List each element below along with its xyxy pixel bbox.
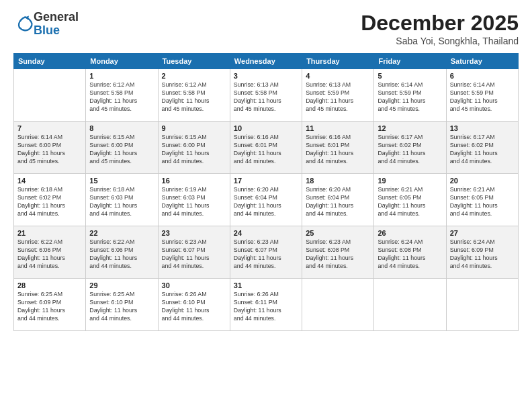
day-cell: [14, 69, 86, 122]
day-info: Sunrise: 6:19 AM Sunset: 6:03 PM Dayligh…: [162, 186, 226, 218]
day-info: Sunrise: 6:15 AM Sunset: 6:00 PM Dayligh…: [89, 134, 154, 166]
day-number: 24: [234, 229, 298, 237]
day-number: 19: [378, 177, 442, 185]
day-info: Sunrise: 6:16 AM Sunset: 6:01 PM Dayligh…: [306, 134, 370, 166]
day-info: Sunrise: 6:18 AM Sunset: 6:02 PM Dayligh…: [17, 186, 82, 218]
day-number: 6: [450, 72, 515, 80]
calendar-table: SundayMondayTuesdayWednesdayThursdayFrid…: [13, 53, 519, 331]
day-number: 29: [89, 281, 154, 289]
day-info: Sunrise: 6:14 AM Sunset: 6:00 PM Dayligh…: [17, 134, 82, 166]
day-number: 2: [162, 72, 226, 80]
day-number: 10: [234, 124, 298, 132]
calendar-body: 1Sunrise: 6:12 AM Sunset: 5:58 PM Daylig…: [14, 69, 519, 331]
day-number: 25: [306, 229, 370, 237]
day-number: 8: [89, 124, 154, 132]
day-number: 26: [378, 229, 442, 237]
day-info: Sunrise: 6:13 AM Sunset: 5:59 PM Dayligh…: [306, 81, 370, 113]
day-number: 5: [378, 72, 442, 80]
day-info: Sunrise: 6:12 AM Sunset: 5:58 PM Dayligh…: [89, 81, 154, 113]
day-cell: [446, 279, 518, 331]
day-cell: 28Sunrise: 6:25 AM Sunset: 6:09 PM Dayli…: [14, 279, 86, 331]
day-info: Sunrise: 6:17 AM Sunset: 6:02 PM Dayligh…: [450, 134, 515, 166]
day-info: Sunrise: 6:21 AM Sunset: 6:05 PM Dayligh…: [450, 186, 515, 218]
day-info: Sunrise: 6:14 AM Sunset: 5:59 PM Dayligh…: [378, 81, 442, 113]
day-cell: 3Sunrise: 6:13 AM Sunset: 5:58 PM Daylig…: [230, 69, 302, 122]
day-info: Sunrise: 6:25 AM Sunset: 6:09 PM Dayligh…: [17, 291, 82, 323]
day-number: 12: [378, 124, 442, 132]
week-row-2: 14Sunrise: 6:18 AM Sunset: 6:02 PM Dayli…: [14, 174, 519, 226]
page: General Blue December 2025 Saba Yoi, Son…: [0, 0, 532, 411]
day-cell: 7Sunrise: 6:14 AM Sunset: 6:00 PM Daylig…: [14, 122, 86, 174]
day-info: Sunrise: 6:22 AM Sunset: 6:06 PM Dayligh…: [17, 238, 82, 271]
day-number: 27: [450, 229, 515, 237]
day-number: 7: [17, 124, 82, 132]
day-info: Sunrise: 6:14 AM Sunset: 5:59 PM Dayligh…: [450, 81, 515, 113]
day-info: Sunrise: 6:17 AM Sunset: 6:02 PM Dayligh…: [378, 134, 442, 166]
header-cell-saturday: Saturday: [446, 54, 518, 69]
day-cell: 27Sunrise: 6:24 AM Sunset: 6:09 PM Dayli…: [446, 226, 518, 279]
day-cell: 12Sunrise: 6:17 AM Sunset: 6:02 PM Dayli…: [374, 122, 446, 174]
day-number: 9: [162, 124, 226, 132]
month-title: December 2025: [361, 11, 519, 36]
day-number: 28: [17, 281, 82, 289]
day-number: 1: [89, 72, 154, 80]
day-number: 17: [234, 177, 298, 185]
day-cell: 10Sunrise: 6:16 AM Sunset: 6:01 PM Dayli…: [230, 122, 302, 174]
header-cell-thursday: Thursday: [302, 54, 374, 69]
day-cell: 29Sunrise: 6:25 AM Sunset: 6:10 PM Dayli…: [86, 279, 158, 331]
day-cell: 4Sunrise: 6:13 AM Sunset: 5:59 PM Daylig…: [302, 69, 374, 122]
day-number: 15: [89, 177, 154, 185]
day-cell: [302, 279, 374, 331]
day-number: 13: [450, 124, 515, 132]
header-cell-monday: Monday: [86, 54, 158, 69]
day-number: 20: [450, 177, 515, 185]
week-row-1: 7Sunrise: 6:14 AM Sunset: 6:00 PM Daylig…: [14, 122, 519, 174]
header-cell-wednesday: Wednesday: [230, 54, 302, 69]
day-cell: 17Sunrise: 6:20 AM Sunset: 6:04 PM Dayli…: [230, 174, 302, 226]
day-cell: 9Sunrise: 6:15 AM Sunset: 6:00 PM Daylig…: [158, 122, 230, 174]
header-cell-tuesday: Tuesday: [158, 54, 230, 69]
day-info: Sunrise: 6:25 AM Sunset: 6:10 PM Dayligh…: [89, 291, 154, 323]
day-info: Sunrise: 6:23 AM Sunset: 6:07 PM Dayligh…: [234, 238, 298, 271]
day-info: Sunrise: 6:24 AM Sunset: 6:09 PM Dayligh…: [450, 238, 515, 271]
day-cell: 1Sunrise: 6:12 AM Sunset: 5:58 PM Daylig…: [86, 69, 158, 122]
day-cell: 31Sunrise: 6:26 AM Sunset: 6:11 PM Dayli…: [230, 279, 302, 331]
day-cell: 21Sunrise: 6:22 AM Sunset: 6:06 PM Dayli…: [14, 226, 86, 279]
day-cell: 30Sunrise: 6:26 AM Sunset: 6:10 PM Dayli…: [158, 279, 230, 331]
day-cell: 22Sunrise: 6:22 AM Sunset: 6:06 PM Dayli…: [86, 226, 158, 279]
day-cell: 14Sunrise: 6:18 AM Sunset: 6:02 PM Dayli…: [14, 174, 86, 226]
logo-blue-text: Blue: [34, 24, 60, 37]
day-info: Sunrise: 6:13 AM Sunset: 5:58 PM Dayligh…: [234, 81, 298, 113]
day-number: 23: [162, 229, 226, 237]
header: General Blue December 2025 Saba Yoi, Son…: [13, 11, 519, 46]
header-cell-sunday: Sunday: [14, 54, 86, 69]
day-cell: 20Sunrise: 6:21 AM Sunset: 6:05 PM Dayli…: [446, 174, 518, 226]
week-row-4: 28Sunrise: 6:25 AM Sunset: 6:09 PM Dayli…: [14, 279, 519, 331]
day-cell: 25Sunrise: 6:23 AM Sunset: 6:08 PM Dayli…: [302, 226, 374, 279]
day-info: Sunrise: 6:20 AM Sunset: 6:04 PM Dayligh…: [234, 186, 298, 218]
day-info: Sunrise: 6:20 AM Sunset: 6:04 PM Dayligh…: [306, 186, 370, 218]
day-info: Sunrise: 6:22 AM Sunset: 6:06 PM Dayligh…: [89, 238, 154, 271]
title-block: December 2025 Saba Yoi, Songkhla, Thaila…: [361, 11, 519, 46]
day-number: 30: [162, 281, 226, 289]
day-cell: 2Sunrise: 6:12 AM Sunset: 5:58 PM Daylig…: [158, 69, 230, 122]
day-info: Sunrise: 6:24 AM Sunset: 6:08 PM Dayligh…: [378, 238, 442, 271]
day-cell: 6Sunrise: 6:14 AM Sunset: 5:59 PM Daylig…: [446, 69, 518, 122]
day-number: 4: [306, 72, 370, 80]
day-number: 22: [89, 229, 154, 237]
day-cell: 15Sunrise: 6:18 AM Sunset: 6:03 PM Dayli…: [86, 174, 158, 226]
day-cell: 13Sunrise: 6:17 AM Sunset: 6:02 PM Dayli…: [446, 122, 518, 174]
day-cell: 11Sunrise: 6:16 AM Sunset: 6:01 PM Dayli…: [302, 122, 374, 174]
day-info: Sunrise: 6:21 AM Sunset: 6:05 PM Dayligh…: [378, 186, 442, 218]
day-info: Sunrise: 6:26 AM Sunset: 6:10 PM Dayligh…: [162, 291, 226, 323]
day-number: 14: [17, 177, 82, 185]
day-cell: 8Sunrise: 6:15 AM Sunset: 6:00 PM Daylig…: [86, 122, 158, 174]
day-number: 3: [234, 72, 298, 80]
logo: General Blue: [13, 11, 79, 38]
calendar-header: SundayMondayTuesdayWednesdayThursdayFrid…: [14, 54, 519, 69]
header-row: SundayMondayTuesdayWednesdayThursdayFrid…: [14, 54, 519, 69]
day-number: 31: [234, 281, 298, 289]
day-number: 18: [306, 177, 370, 185]
logo-general-text: General: [34, 10, 79, 24]
day-info: Sunrise: 6:15 AM Sunset: 6:00 PM Dayligh…: [162, 134, 226, 166]
